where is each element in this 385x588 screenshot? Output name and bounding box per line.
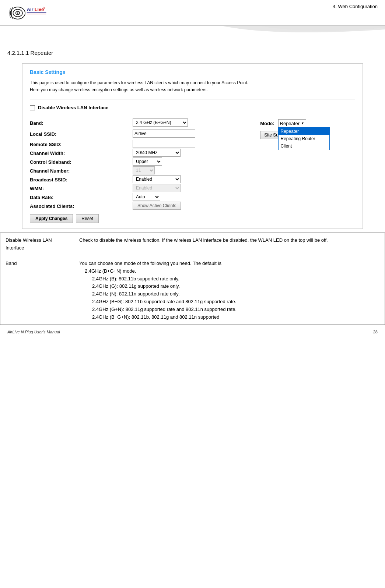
channel-number-select[interactable]: 11 — [133, 166, 155, 174]
local-ssid-label: Local SSID: — [30, 127, 133, 139]
content-panel: Basic Settings This page is used to conf… — [22, 63, 363, 229]
desc-row-band: Band You can choose one mode of the foll… — [0, 256, 385, 325]
chevron-down-icon: ▼ — [301, 121, 304, 125]
page-header: Air Live 4. Web Configuration — [0, 0, 385, 26]
mode-option-client[interactable]: Client — [279, 142, 329, 150]
mode-cell: Mode: Repeater ▼ Repeater Repeating Rout… — [249, 117, 355, 127]
empty-cell-4 — [249, 166, 355, 174]
empty-cell-6 — [249, 183, 355, 192]
band-select[interactable]: 2.4 GHz (B+G+N) — [133, 118, 188, 127]
broadcast-ssid-row: Broadcast SSID: Enabled — [30, 174, 355, 183]
remote-ssid-label: Remote SSID: — [30, 139, 133, 148]
channel-width-select[interactable]: 20/40 MHz — [133, 149, 181, 157]
disable-wireless-checkbox[interactable] — [30, 105, 35, 110]
apply-changes-button[interactable]: Apply Changes — [30, 214, 73, 223]
empty-cell-3 — [249, 157, 355, 166]
mode-option-repeater[interactable]: Repeater — [279, 128, 329, 135]
channel-number-row: Channel Number: 11 — [30, 166, 355, 174]
mode-dropdown-header[interactable]: Repeater ▼ — [278, 119, 306, 127]
channel-number-value: 11 — [133, 166, 249, 174]
control-sideband-label: Control Sideband: — [30, 157, 133, 166]
wmm-row: WMM: Enabled — [30, 183, 355, 192]
wmm-select[interactable]: Enabled — [133, 184, 181, 192]
band-row: Band: 2.4 GHz (B+G+N) Mode: Repeater ▼ — [30, 117, 355, 127]
mode-dropdown-container: Repeater ▼ Repeater Repeating Router Cli… — [278, 119, 306, 127]
broadcast-ssid-select[interactable]: Enabled — [133, 175, 181, 183]
disable-wireless-label: Disable Wireless LAN Interface — [38, 105, 108, 110]
basic-settings-title: Basic Settings — [30, 69, 355, 75]
header-title: 4. Web Configuration — [333, 4, 378, 9]
settings-table: Band: 2.4 GHz (B+G+N) Mode: Repeater ▼ — [30, 117, 355, 210]
svg-text:Live: Live — [35, 7, 44, 12]
mode-selected-value: Repeater — [280, 121, 300, 126]
data-rate-value: Auto — [133, 192, 249, 201]
description-table: Disable Wireless LAN Interface Check to … — [0, 233, 385, 325]
def-band: You can choose one mode of the following… — [74, 256, 385, 325]
mode-row: Mode: Repeater ▼ Repeater Repeating Rout… — [260, 118, 355, 127]
broadcast-ssid-label: Broadcast SSID: — [30, 174, 133, 183]
description-text: This page is used to configure the param… — [30, 79, 251, 93]
channel-number-label: Channel Number: — [30, 166, 133, 174]
control-sideband-value: Upper — [133, 157, 249, 166]
data-rate-label: Data Rate: — [30, 192, 133, 201]
broadcast-ssid-value: Enabled — [133, 174, 249, 183]
show-active-clients-button[interactable]: Show Active Clients — [133, 202, 181, 210]
empty-cell-7 — [249, 192, 355, 201]
term-band: Band — [0, 256, 74, 325]
svg-text:Air: Air — [27, 7, 34, 12]
control-sideband-select[interactable]: Upper — [133, 157, 162, 166]
header-title-text: 4. Web Configuration — [333, 4, 378, 9]
remote-ssid-input[interactable] — [133, 140, 195, 148]
def-disable-wireless: Check to disable the wireless function. … — [74, 233, 385, 256]
page-footer: AirLive N.Plug User's Manual 28 — [0, 327, 385, 337]
local-ssid-input[interactable] — [133, 130, 195, 138]
section-heading-text: 4.2.1.1.1 Repeater — [7, 50, 53, 56]
empty-cell-5 — [249, 174, 355, 183]
band-label: Band: — [30, 117, 133, 127]
header-decoration — [0, 26, 385, 37]
mode-dropdown-list: Repeater Repeating Router Client — [278, 127, 330, 150]
footer-page-number: 28 — [373, 330, 378, 334]
footer-manual-text: AirLive N.Plug User's Manual — [7, 330, 60, 334]
local-ssid-value — [133, 127, 249, 139]
associated-clients-label: Associated Clients: — [30, 201, 133, 210]
empty-cell-8 — [249, 201, 355, 210]
svg-point-3 — [17, 13, 18, 14]
divider — [30, 99, 355, 99]
wmm-value: Enabled — [133, 183, 249, 192]
data-rate-row: Data Rate: Auto — [30, 192, 355, 201]
airlive-logo: Air Live — [7, 4, 52, 22]
mode-label: Mode: — [260, 119, 274, 126]
logo-area: Air Live — [7, 4, 52, 22]
data-rate-select[interactable]: Auto — [133, 193, 160, 201]
mode-option-repeating-router[interactable]: Repeating Router — [279, 135, 329, 142]
associated-clients-value: Show Active Clients — [133, 201, 249, 210]
reset-button[interactable]: Reset — [76, 214, 98, 223]
disable-wireless-row: Disable Wireless LAN Interface — [30, 105, 355, 110]
band-value: 2.4 GHz (B+G+N) — [133, 117, 249, 127]
channel-width-value: 20/40 MHz — [133, 148, 249, 157]
buttons-row: Apply Changes Reset — [30, 214, 355, 223]
desc-row-disable: Disable Wireless LAN Interface Check to … — [0, 233, 385, 256]
control-sideband-row: Control Sideband: Upper — [30, 157, 355, 166]
associated-clients-row: Associated Clients: Show Active Clients — [30, 201, 355, 210]
channel-width-label: Channel Width: — [30, 148, 133, 157]
section-heading: 4.2.1.1.1 Repeater — [0, 39, 385, 60]
remote-ssid-value — [133, 139, 249, 148]
term-disable-wireless: Disable Wireless LAN Interface — [0, 233, 74, 256]
wmm-label: WMM: — [30, 183, 133, 192]
